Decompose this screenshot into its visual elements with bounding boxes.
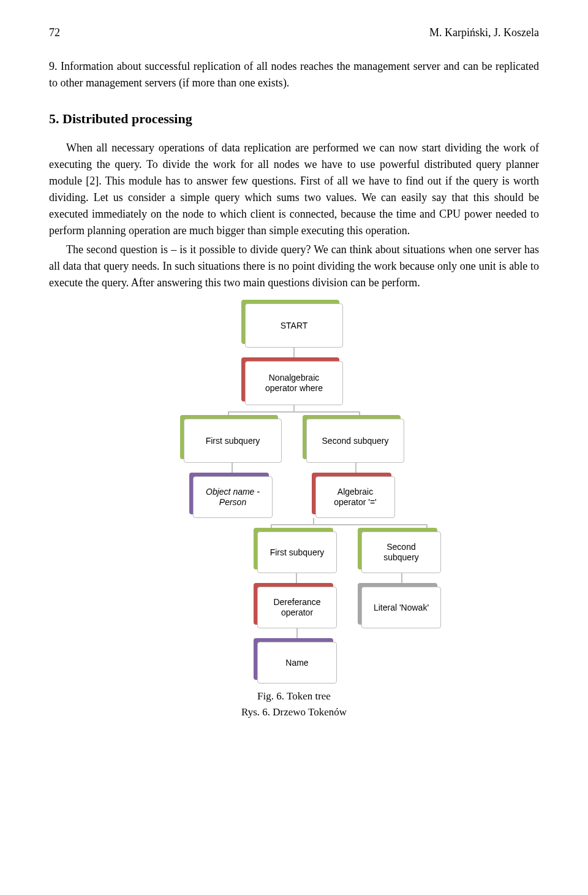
node-nonalgebraic-where: Nonalgebraic operator where (245, 361, 343, 405)
node-second-subquery-2: Second subquery (361, 531, 441, 573)
authors: M. Karpiński, J. Koszela (429, 25, 539, 41)
node-first-subquery-2: First subquery (257, 531, 337, 573)
node-first-subquery-1: First subquery (184, 419, 282, 463)
section-number: 5. (49, 111, 59, 126)
numbered-list-item: 9. Information about successful replicat… (49, 58, 539, 91)
section-title-text: Distributed processing (62, 111, 192, 126)
token-tree-diagram: START Nonalgebraic operator where First … (49, 303, 539, 684)
node-dereference-operator: Dereferance operator (257, 587, 337, 628)
node-object-name-person: Object name - Person (193, 476, 273, 518)
body-paragraph: The second question is – is it possible … (49, 242, 539, 291)
page-number: 72 (49, 25, 60, 41)
node-start: START (245, 303, 343, 348)
list-number: 9. (49, 60, 58, 72)
caption-polish: Rys. 6. Drzewo Tokenów (49, 704, 539, 720)
caption-english: Fig. 6. Token tree (49, 688, 539, 704)
node-literal-nowak: Literal 'Nowak' (361, 587, 441, 628)
list-text: Information about successful replication… (49, 60, 539, 89)
section-heading: 5. Distributed processing (49, 109, 539, 129)
node-second-subquery-1: Second subquery (306, 419, 404, 463)
figure-captions: Fig. 6. Token tree Rys. 6. Drzewo Tokenó… (49, 688, 539, 720)
node-name: Name (257, 642, 337, 684)
node-algebraic-equals: Algebraic operator '=' (315, 476, 395, 518)
body-paragraph: When all necessary operations of data re… (49, 140, 539, 239)
